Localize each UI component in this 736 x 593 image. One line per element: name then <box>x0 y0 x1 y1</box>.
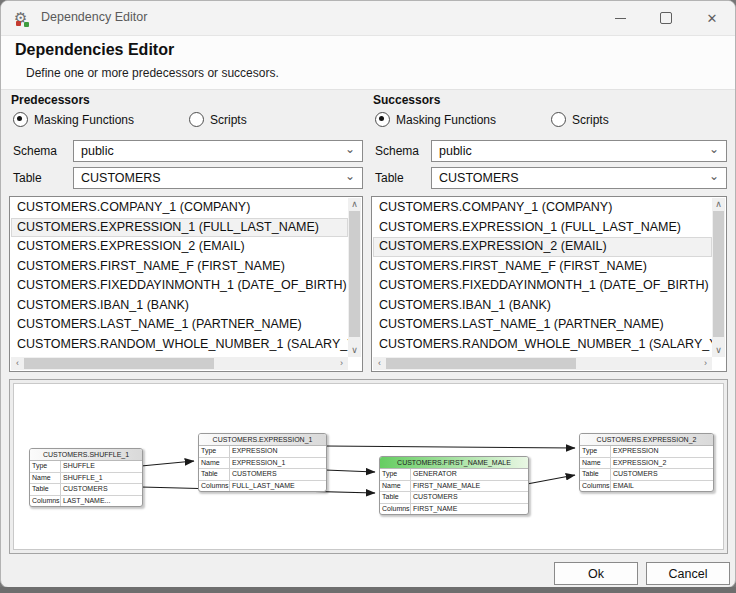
radio-masking-functions[interactable]: Masking Functions <box>375 112 496 127</box>
node-row-label: Name <box>580 458 611 469</box>
table-value: CUSTOMERS <box>81 171 161 185</box>
vertical-scrollbar[interactable]: ∧ ∨ <box>348 198 361 357</box>
list-item[interactable]: CUSTOMERS.FIRST_NAME_F (FIRST_NAME) <box>11 257 348 277</box>
scroll-down-icon[interactable]: ∨ <box>348 344 361 357</box>
scrollbar-thumb[interactable] <box>386 358 576 369</box>
successors-listbox: CUSTOMERS.COMPANY_1 (COMPANY) CUSTOMERS.… <box>371 196 727 372</box>
list-item[interactable]: CUSTOMERS.COMPANY_1 (COMPANY) <box>373 198 712 218</box>
node-row-value: FIRST_NAME_MALE <box>411 481 528 492</box>
node-row-value: EXPRESSION <box>230 446 326 457</box>
radio-button-icon[interactable] <box>13 112 28 127</box>
dependency-graph-canvas[interactable]: CUSTOMERS.SHUFFLE_1 TypeSHUFFLE NameSHUF… <box>13 383 724 550</box>
horizontal-scrollbar[interactable]: ‹ › <box>373 357 712 370</box>
radio-scripts[interactable]: Scripts <box>189 112 247 127</box>
schema-label: Schema <box>375 144 419 158</box>
list-item[interactable]: CUSTOMERS.IBAN_1 (BANK) <box>11 296 348 316</box>
header: Dependencies Editor Define one or more p… <box>1 36 735 90</box>
graph-node-first-name-male[interactable]: CUSTOMERS.FIRST_NAME_MALE TypeGENERATOR … <box>379 456 529 515</box>
close-button[interactable]: ✕ <box>689 1 735 35</box>
schema-value: public <box>81 144 114 158</box>
predecessors-radio-row: Masking Functions Scripts <box>11 112 365 128</box>
list-item-selected[interactable]: CUSTOMERS.EXPRESSION_1 (FULL_LAST_NAME) <box>11 218 348 238</box>
node-title: CUSTOMERS.EXPRESSION_1 <box>199 434 326 446</box>
list-item[interactable]: CUSTOMERS.RANDOM_WHOLE_NUMBER_1 (SALARY_… <box>11 335 348 355</box>
successors-radio-row: Masking Functions Scripts <box>373 112 729 128</box>
node-row-value: CUSTOMERS <box>411 492 528 503</box>
node-title: CUSTOMERS.EXPRESSION_2 <box>580 434 713 446</box>
list-item[interactable]: CUSTOMERS.IBAN_1 (BANK) <box>373 296 712 316</box>
gear-icon: ⚙ <box>14 9 32 27</box>
node-row-label: Type <box>580 446 611 457</box>
background-window-edge <box>0 587 736 593</box>
chevron-down-icon: ⌄ <box>709 169 719 183</box>
scroll-right-icon[interactable]: › <box>699 357 712 370</box>
list-item[interactable]: CUSTOMERS.FIRST_NAME_F (FIRST_NAME) <box>373 257 712 277</box>
list-item[interactable]: CUSTOMERS.FIXEDDAYINMONTH_1 (DATE_OF_BIR… <box>11 276 348 296</box>
scrollbar-thumb[interactable] <box>349 211 360 337</box>
list-item[interactable]: CUSTOMERS.LAST_NAME_1 (PARTNER_NAME) <box>373 315 712 335</box>
node-row-value: EXPRESSION <box>611 446 713 457</box>
table-dropdown[interactable]: CUSTOMERS ⌄ <box>73 167 363 189</box>
dependency-editor-dialog: ⚙ Dependency Editor ✕ Dependencies Edito… <box>0 0 736 588</box>
minimize-icon <box>615 18 626 19</box>
cancel-button[interactable]: Cancel <box>646 562 730 585</box>
node-row-label: Name <box>380 481 411 492</box>
node-row-label: Name <box>199 458 230 469</box>
list-item[interactable]: CUSTOMERS.COMPANY_1 (COMPANY) <box>11 198 348 218</box>
list-item-selected[interactable]: CUSTOMERS.EXPRESSION_2 (EMAIL) <box>373 237 712 257</box>
minimize-button[interactable] <box>597 1 643 35</box>
radio-masking-functions[interactable]: Masking Functions <box>13 112 134 127</box>
list-item[interactable]: CUSTOMERS.FIXEDDAYINMONTH_1 (DATE_OF_BIR… <box>373 276 712 296</box>
scrollbar-thumb[interactable] <box>713 211 724 337</box>
schema-dropdown[interactable]: public ⌄ <box>73 140 363 162</box>
list-item[interactable]: CUSTOMERS.EXPRESSION_2 (EMAIL) <box>11 237 348 257</box>
predecessors-listbox: CUSTOMERS.COMPANY_1 (COMPANY) CUSTOMERS.… <box>9 196 363 372</box>
maximize-button[interactable] <box>643 1 689 35</box>
node-row-label: Table <box>30 484 61 495</box>
radio-button-icon[interactable] <box>189 112 204 127</box>
scroll-left-icon[interactable]: ‹ <box>11 357 24 370</box>
table-label: Table <box>375 171 404 185</box>
node-row-value: SHUFFLE <box>61 461 142 472</box>
list-items: CUSTOMERS.COMPANY_1 (COMPANY) CUSTOMERS.… <box>373 198 712 357</box>
node-row-value: CUSTOMERS <box>611 469 713 480</box>
radio-button-icon[interactable] <box>375 112 390 127</box>
radio-scripts[interactable]: Scripts <box>551 112 609 127</box>
schema-dropdown[interactable]: public ⌄ <box>431 140 727 162</box>
radio-button-icon[interactable] <box>551 112 566 127</box>
graph-node-shuffle-1[interactable]: CUSTOMERS.SHUFFLE_1 TypeSHUFFLE NameSHUF… <box>29 448 143 507</box>
dependency-graph-panel: CUSTOMERS.SHUFFLE_1 TypeSHUFFLE NameSHUF… <box>9 379 728 554</box>
node-title: CUSTOMERS.FIRST_NAME_MALE <box>380 457 528 469</box>
page-title: Dependencies Editor <box>15 41 174 59</box>
gear-red-accent <box>16 21 21 26</box>
graph-node-expression-2[interactable]: CUSTOMERS.EXPRESSION_2 TypeEXPRESSION Na… <box>579 433 714 492</box>
scroll-left-icon[interactable]: ‹ <box>373 357 386 370</box>
schema-value: public <box>439 144 472 158</box>
gear-green-accent <box>24 22 29 27</box>
list-item[interactable]: CUSTOMERS.LAST_NAME_1 (PARTNER_NAME) <box>11 315 348 335</box>
node-row-value: EXPRESSION_2 <box>611 458 713 469</box>
scroll-up-icon[interactable]: ∧ <box>348 198 361 211</box>
list-item[interactable]: CUSTOMERS.RANDOM_WHOLE_NUMBER_1 (SALARY_… <box>373 335 712 355</box>
node-row-label: Columns <box>199 481 230 492</box>
node-row-label: Type <box>30 461 61 472</box>
table-dropdown[interactable]: CUSTOMERS ⌄ <box>431 167 727 189</box>
node-row-label: Columns <box>580 481 611 492</box>
graph-node-expression-1[interactable]: CUSTOMERS.EXPRESSION_1 TypeEXPRESSION Na… <box>198 433 327 492</box>
scroll-right-icon[interactable]: › <box>335 357 348 370</box>
chevron-down-icon: ⌄ <box>345 169 355 183</box>
successors-title: Successors <box>373 93 440 107</box>
scroll-down-icon[interactable]: ∨ <box>712 344 725 357</box>
title-bar[interactable]: ⚙ Dependency Editor ✕ <box>1 1 735 36</box>
node-row-value: LAST_NAME... <box>61 496 142 507</box>
ok-button[interactable]: Ok <box>554 562 638 585</box>
vertical-scrollbar[interactable]: ∧ ∨ <box>712 198 725 357</box>
node-row-label: Columns <box>30 496 61 507</box>
radio-label: Masking Functions <box>396 113 496 127</box>
horizontal-scrollbar[interactable]: ‹ › <box>11 357 348 370</box>
list-item[interactable]: CUSTOMERS.EXPRESSION_1 (FULL_LAST_NAME) <box>373 218 712 238</box>
scrollbar-thumb[interactable] <box>24 358 214 369</box>
scroll-up-icon[interactable]: ∧ <box>712 198 725 211</box>
node-row-label: Type <box>380 469 411 480</box>
radio-label: Scripts <box>572 113 609 127</box>
